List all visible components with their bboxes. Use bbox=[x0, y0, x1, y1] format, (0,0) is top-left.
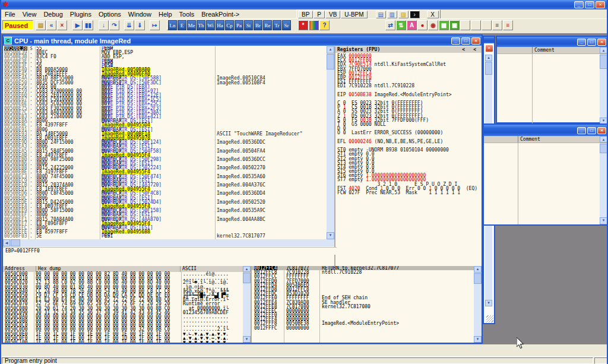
animate-into-icon[interactable]: ⇊ bbox=[124, 20, 134, 30]
disassembly-pane[interactable]: 0050BE38$55PUSH EBP0050BE39.8BECMOV EBP,… bbox=[3, 46, 327, 239]
menu-button-p[interactable]: P bbox=[314, 11, 325, 18]
disasm-row[interactable]: 0050BEFE.E8 8597F8FFCALL ImageRed.004956… bbox=[3, 230, 327, 234]
restore-button[interactable]: □ bbox=[585, 1, 594, 8]
menu-debug[interactable]: Debug bbox=[40, 10, 66, 18]
tab-button-cp[interactable]: Cp bbox=[225, 20, 234, 30]
tab-button-st[interactable]: St bbox=[244, 20, 253, 30]
disasm-row[interactable]: 0050BEE9.8B0D 58F15000MOV ECX,DWORD PTR … bbox=[3, 208, 327, 213]
menu-view[interactable]: View bbox=[19, 10, 40, 18]
register-line[interactable]: FCW 027F Prec NEAR,53 Mask 1 1 1 1 1 1 bbox=[337, 191, 482, 195]
window-icon[interactable]: ▣ bbox=[449, 20, 460, 30]
menu-window[interactable]: Window bbox=[125, 10, 155, 18]
pause-icon[interactable]: ▮▮ bbox=[83, 20, 93, 30]
spiral-icon[interactable]: ◉ bbox=[428, 20, 438, 30]
stack-pane[interactable]: 0012FFC47C817077RETURN to kernel32.7C817… bbox=[252, 266, 482, 343]
registers-nav-right[interactable]: < bbox=[473, 47, 476, 52]
disasm-row[interactable]: 0050BE8C.E8 4397F8FFCALL ImageRed.004955… bbox=[3, 123, 327, 127]
restore-button[interactable]: □ bbox=[587, 39, 596, 46]
stack-row[interactable]: 0012FFFC00000000 bbox=[252, 326, 482, 330]
record-icon[interactable]: ● bbox=[417, 20, 428, 30]
tab-button-th[interactable]: Th bbox=[197, 20, 205, 30]
dump-pane[interactable]: Address Hex dump ASCII ▲ 0050C00000 00 0… bbox=[3, 266, 251, 343]
folder-icon[interactable]: ▨ bbox=[398, 11, 408, 18]
menu-close-x-button[interactable]: X bbox=[427, 11, 439, 18]
minimize-button[interactable]: _ bbox=[451, 37, 460, 45]
column-header-blank[interactable] bbox=[497, 47, 533, 53]
menu-file[interactable]: File bbox=[1, 10, 19, 18]
menu-button-u-bpm[interactable]: U-BPM bbox=[341, 11, 367, 18]
tab-button-me[interactable]: Me bbox=[187, 20, 196, 30]
close-program-icon[interactable]: × bbox=[57, 20, 67, 30]
close-button[interactable]: × bbox=[597, 39, 606, 46]
disasm-row[interactable]: 0050BED6.8B0D C8F45000MOV ECX,DWORD PTR … bbox=[3, 191, 327, 195]
tab-button-tr[interactable]: Tr bbox=[273, 20, 281, 30]
tab-button-ha[interactable]: Ha bbox=[216, 20, 224, 30]
restart-icon[interactable]: « bbox=[46, 20, 56, 30]
blank-button[interactable] bbox=[460, 20, 470, 30]
disasm-row[interactable]: 0050BEF7.E8 F896F8FFCALL ImageRed.004955… bbox=[3, 221, 327, 226]
help-icon[interactable]: ? bbox=[319, 20, 330, 30]
run-icon[interactable]: ▶ bbox=[72, 20, 83, 30]
disasm-row[interactable]: 0050BE38$55PUSH EBP bbox=[3, 46, 327, 50]
disasm-vertical-scrollbar[interactable]: ▲ ▼ bbox=[327, 46, 334, 239]
strip-resize-grip[interactable] bbox=[486, 315, 493, 322]
register-line[interactable]: EDI 7C910228 ntdll.7C910228 bbox=[337, 84, 482, 88]
blank-button[interactable] bbox=[482, 20, 492, 30]
menu-tools[interactable]: Tools bbox=[176, 10, 198, 18]
disasm-row[interactable]: 0050BE3B.83C4 F0ADD ESP,-10 bbox=[3, 55, 327, 59]
sync-arrows-icon[interactable]: ⇄ bbox=[385, 20, 395, 30]
menu-breakpoint[interactable]: BreakPoint-> bbox=[198, 10, 243, 18]
disasm-row[interactable]: 0050BE3E.53PUSH EBX bbox=[3, 59, 327, 64]
open-file-icon[interactable]: ▤ bbox=[36, 20, 46, 30]
cpu-title-bar[interactable]: C CPU - main thread, module ImageRed _ □… bbox=[3, 36, 482, 46]
close-button[interactable]: × bbox=[597, 127, 606, 134]
tab-button-pa[interactable]: Pa bbox=[235, 20, 243, 30]
column-header-blank[interactable] bbox=[484, 136, 518, 143]
binary-icon[interactable]: ▦ bbox=[439, 20, 449, 30]
disasm-horizontal-scrollbar[interactable]: ◀ bbox=[3, 239, 334, 246]
update-icon[interactable]: ⇅ bbox=[396, 20, 406, 30]
step-over-icon[interactable]: ↷ bbox=[109, 20, 119, 30]
tab-button-ln[interactable]: Ln bbox=[168, 20, 177, 30]
menu-plugins[interactable]: Plugins bbox=[66, 10, 95, 18]
options-gear-icon[interactable]: * bbox=[298, 20, 308, 30]
notes-icon[interactable]: ▤ bbox=[376, 11, 386, 18]
log-list-icon[interactable]: ≡ bbox=[492, 20, 502, 30]
register-line[interactable]: EFL 00000246 (NO,NB,E,BE,NS,PE,GE,LE) bbox=[337, 140, 482, 144]
main-title-bar[interactable]: ✱ _ □ × bbox=[1, 0, 607, 10]
appearance-icon[interactable] bbox=[309, 20, 319, 30]
disasm-row[interactable]: 0050BEB0.8B0D 98F25000MOV ECX,DWORD PTR … bbox=[3, 157, 327, 162]
menu-help[interactable]: Help bbox=[155, 10, 176, 18]
assemble-icon[interactable]: A bbox=[407, 20, 417, 30]
tab-button-br[interactable]: Br bbox=[254, 20, 262, 30]
console-icon[interactable]: › bbox=[410, 11, 420, 18]
tab-button-re[interactable]: Re bbox=[263, 20, 272, 30]
comment-top-scrollbar[interactable]: ▼ bbox=[600, 54, 607, 125]
dump-scrollbar[interactable]: ▼ bbox=[243, 272, 251, 343]
restore-button[interactable]: □ bbox=[461, 37, 470, 45]
stack-scrollbar[interactable]: ▲ ▼ bbox=[474, 266, 482, 343]
comment-window-bottom[interactable]: _ □ × Comment ▲ ▼ bbox=[483, 124, 608, 226]
disasm-row[interactable]: 0050BE9D.8B0D 24F15000MOV ECX,DWORD PTR … bbox=[3, 140, 327, 144]
register-line[interactable]: O 0 LastErr ERROR_SUCCESS (00000000) bbox=[337, 131, 482, 135]
menu-button-vb[interactable]: VB bbox=[325, 11, 340, 18]
comment-column-header[interactable]: Comment bbox=[518, 136, 600, 143]
comment-window-top[interactable]: _ □ × Comment ▲ ▼ bbox=[496, 36, 608, 124]
minimize-button[interactable]: _ bbox=[574, 1, 584, 8]
blank-button[interactable] bbox=[471, 20, 481, 30]
step-into-icon[interactable]: ↓ bbox=[99, 20, 109, 30]
minimize-button[interactable]: _ bbox=[577, 39, 586, 46]
restore-button[interactable]: □ bbox=[587, 127, 596, 134]
scroll-up-button[interactable]: ▲ bbox=[600, 136, 607, 143]
disasm-row[interactable]: 0050BEC3.8B0D 74F45000MOV ECX,DWORD PTR … bbox=[3, 175, 327, 179]
dump-row[interactable]: 0050C1001F 00 1F 00 1F 00 1F 00 1F 00 1F… bbox=[3, 340, 251, 343]
close-button[interactable]: × bbox=[471, 37, 480, 45]
register-line[interactable]: EIP 0050BE38 ImageRed.<ModuleEntryPoint> bbox=[337, 93, 482, 97]
exec-till-return-icon[interactable]: ↦ bbox=[150, 20, 160, 30]
menu-button-bp[interactable]: BP bbox=[298, 11, 313, 18]
scroll-up-button[interactable]: ▲ bbox=[243, 266, 251, 272]
comment-column-header[interactable]: Comment bbox=[533, 47, 600, 53]
registers-pane[interactable]: Registers (FPU) < < EAX 00000000ECX 0012… bbox=[335, 46, 482, 266]
comment-bottom-scrollbar[interactable]: ▼ bbox=[600, 143, 607, 224]
tab-button-sr[interactable]: Sr bbox=[282, 20, 291, 30]
